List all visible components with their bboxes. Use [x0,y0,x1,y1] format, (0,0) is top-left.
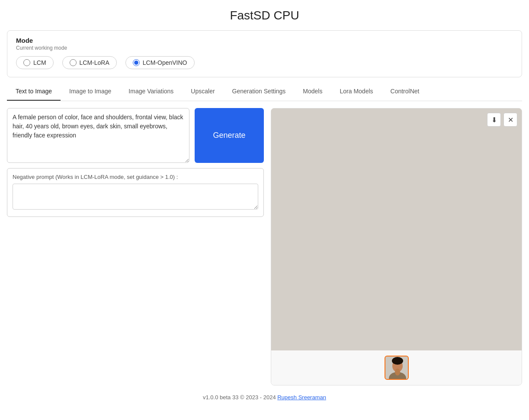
mode-sublabel: Current working mode [16,45,513,51]
mode-option-lcm[interactable]: LCM [16,56,54,69]
mode-option-lcm-lora-label: LCM-LoRA [80,59,109,66]
footer: v1.0.0 beta 33 © 2023 - 2024 Rupesh Sree… [0,385,529,409]
mode-option-lcm-openvino[interactable]: LCM-OpenVINO [125,56,195,69]
thumbnail-svg [385,356,409,380]
svg-point-23 [392,357,403,365]
tab-text-to-image[interactable]: Text to Image [7,83,61,101]
mode-radio-lcm-lora[interactable] [70,59,77,66]
tab-generation-settings[interactable]: Generation Settings [224,83,295,101]
negative-prompt-input[interactable] [13,184,258,210]
tab-models[interactable]: Models [294,83,331,101]
negative-prompt-label: Negative prompt (Works in LCM-LoRA mode,… [13,174,258,180]
mode-label: Mode [16,37,513,44]
tab-image-to-image[interactable]: Image to Image [61,83,120,101]
svg-point-25 [395,369,400,375]
close-button[interactable]: ✕ [503,113,517,127]
footer-link[interactable]: Rupesh Sreeraman [277,394,326,401]
image-toolbar: ⬇ ✕ [487,113,517,127]
tab-image-variations[interactable]: Image Variations [120,83,182,101]
tabs-bar: Text to Image Image to Image Image Varia… [7,83,522,101]
generate-button[interactable]: Generate [195,108,264,163]
tab-upscaler[interactable]: Upscaler [182,83,223,101]
tab-controlnet[interactable]: ControlNet [382,83,428,101]
main-content: A female person of color, face and shoul… [7,101,522,385]
prompt-row: A female person of color, face and shoul… [7,108,264,163]
mode-radio-lcm-openvino[interactable] [133,59,140,66]
thumbnail-1[interactable] [385,356,409,380]
left-panel: A female person of color, face and shoul… [7,108,271,385]
image-output-panel: ⬇ ✕ [271,108,522,385]
mode-option-lcm-label: LCM [33,59,46,66]
mode-section: Mode Current working mode LCM LCM-LoRA L… [7,30,522,77]
tab-lora-models[interactable]: Lora Models [331,83,382,101]
negative-prompt-section: Negative prompt (Works in LCM-LoRA mode,… [7,168,264,217]
app-title: FastSD CPU [0,0,529,30]
footer-text: v1.0.0 beta 33 © 2023 - 2024 [203,394,277,401]
download-button[interactable]: ⬇ [487,113,501,127]
mode-option-lcm-lora[interactable]: LCM-LoRA [62,56,117,69]
generated-image [271,108,522,350]
thumbnail-strip [271,350,522,385]
download-icon: ⬇ [491,116,497,124]
mode-radio-lcm[interactable] [23,59,30,66]
close-icon: ✕ [508,116,513,124]
mode-option-lcm-openvino-label: LCM-OpenVINO [143,59,187,66]
image-background [271,108,522,350]
prompt-input[interactable]: A female person of color, face and shoul… [7,108,189,163]
mode-radio-group: LCM LCM-LoRA LCM-OpenVINO [16,56,513,69]
